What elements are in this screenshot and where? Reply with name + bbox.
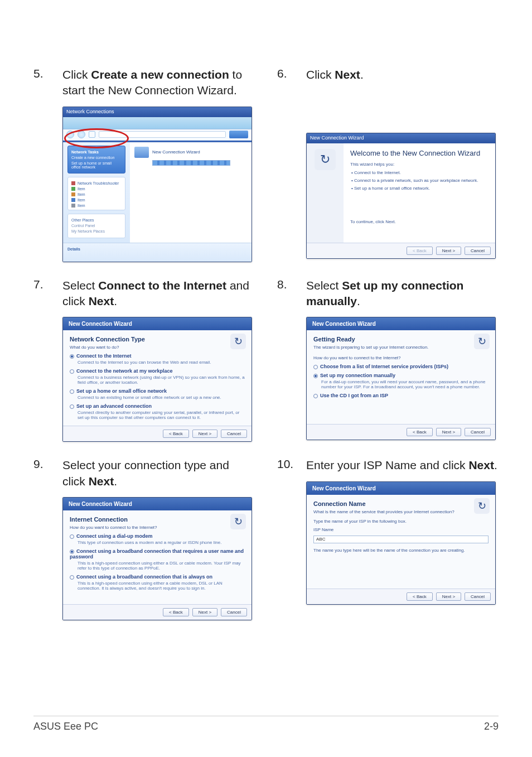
step5-num: 5. xyxy=(33,67,52,80)
cancel-button[interactable]: Cancel xyxy=(465,247,491,255)
highlight-circle xyxy=(64,128,129,148)
back-button[interactable]: < Back xyxy=(407,592,433,601)
step9-num: 9. xyxy=(33,457,52,471)
back-button[interactable]: < Back xyxy=(163,430,189,438)
step7-text: Select Connect to the Internet and click… xyxy=(62,278,255,310)
screenshot-network-connections: Network Connections Network Tasks xyxy=(62,107,252,262)
step10-num: 10. xyxy=(277,457,296,471)
cancel-button[interactable]: Cancel xyxy=(465,592,491,601)
footer-left: ASUS Eee PC xyxy=(33,721,98,732)
next-button[interactable]: Next > xyxy=(436,247,461,255)
next-button[interactable]: Next > xyxy=(192,608,217,616)
screenshot-internet-connection: New Connection Wizard ↻ Internet Connect… xyxy=(62,497,252,620)
screenshot-wizard-welcome: New Connection Wizard ↻ Welcome to the N… xyxy=(306,133,496,259)
back-button[interactable]: < Back xyxy=(407,247,433,255)
isp-name-input[interactable]: ABC xyxy=(313,536,489,543)
screenshot-connection-type: New Connection Wizard ↻ Network Connecti… xyxy=(62,317,252,442)
step9-text: Select your connection type and click Ne… xyxy=(62,457,255,489)
screenshot-getting-ready: New Connection Wizard ↻ Getting Ready Th… xyxy=(306,317,496,440)
wizard-icon: ↻ xyxy=(474,334,490,349)
next-button[interactable]: Next > xyxy=(436,592,461,601)
step6-text: Click Next. xyxy=(306,67,364,83)
cancel-button[interactable]: Cancel xyxy=(221,608,247,616)
wizard-icon: ↻ xyxy=(230,334,246,349)
next-button[interactable]: Next > xyxy=(192,430,217,438)
step6-num: 6. xyxy=(277,67,296,80)
back-button[interactable]: < Back xyxy=(407,428,433,436)
footer-right: 2-9 xyxy=(484,721,499,732)
wizard-icon: ↻ xyxy=(230,514,246,529)
step5-text: Click Create a new connection to start t… xyxy=(62,67,255,99)
step10-text: Enter your ISP Name and click Next. xyxy=(306,457,497,473)
cancel-button[interactable]: Cancel xyxy=(221,430,247,438)
cancel-button[interactable]: Cancel xyxy=(465,428,491,436)
step7-num: 7. xyxy=(33,278,52,291)
next-button[interactable]: Next > xyxy=(436,428,461,436)
screenshot-connection-name: New Connection Wizard ↻ Connection Name … xyxy=(306,481,496,605)
wizard-icon: ↻ xyxy=(474,498,490,514)
step8-num: 8. xyxy=(277,278,296,291)
wizard-icon: ↻ xyxy=(315,149,336,170)
back-button[interactable]: < Back xyxy=(163,608,189,616)
step8-text: Select Set up my connection manually. xyxy=(306,278,499,310)
